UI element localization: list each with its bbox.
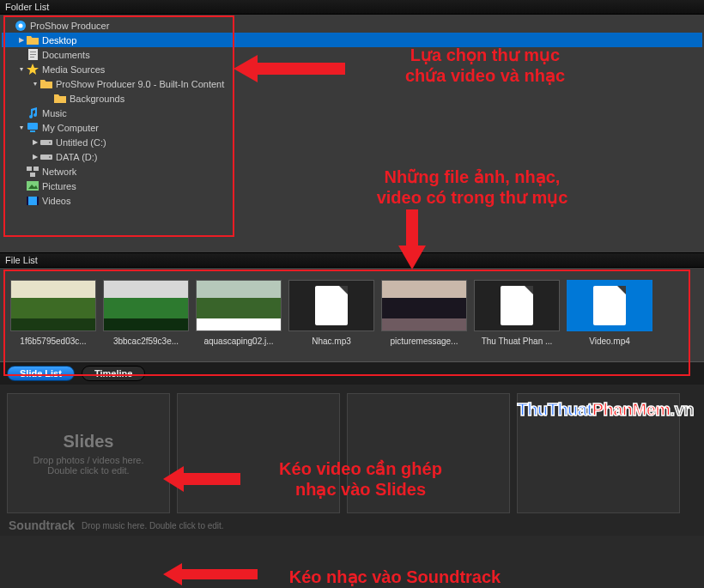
file-strip[interactable]: 1f6b5795ed03c...3bbcac2f59c3e...aquascap…	[0, 268, 704, 361]
slide-slot[interactable]	[177, 393, 340, 513]
tree-item-label: Desktop	[42, 33, 76, 47]
svg-point-10	[49, 142, 51, 143]
file-name: Nhac.mp3	[288, 336, 374, 346]
folder-tree[interactable]: ProShow Producer▶DesktopDocuments▾Media …	[0, 15, 704, 211]
expand-arrow-icon[interactable]: ▶	[31, 150, 39, 164]
tree-item-label: Pictures	[42, 179, 76, 193]
soundtrack-hint: Drop music here. Double click to edit.	[82, 521, 224, 530]
videos-icon	[26, 195, 39, 207]
svg-point-1	[19, 23, 23, 27]
tab-timeline[interactable]: Timeline	[82, 366, 145, 381]
file-item[interactable]: picturemessage...	[381, 280, 467, 346]
slides-drop-hint[interactable]: Slides Drop photos / videos here. Double…	[7, 393, 170, 513]
document-icon	[593, 286, 626, 325]
file-list-panel: File List 1f6b5795ed03c...3bbcac2f59c3e.…	[0, 252, 704, 361]
soundtrack-row[interactable]: Soundtrack Drop music here. Double click…	[0, 517, 704, 536]
file-name: 3bbcac2f59c3e...	[103, 336, 189, 346]
expand-arrow-icon[interactable]: ▾	[31, 77, 39, 91]
doc-icon	[26, 49, 39, 61]
folder-icon	[26, 34, 39, 46]
svg-marker-6	[27, 64, 39, 75]
tree-item-label: ProShow Producer	[30, 19, 109, 33]
file-item[interactable]: 3bbcac2f59c3e...	[103, 280, 189, 346]
network-icon	[26, 166, 39, 178]
tree-item-label: Untitled (C:)	[56, 136, 106, 149]
tree-item[interactable]: Documents	[2, 47, 702, 62]
tree-item-label: Documents	[42, 48, 90, 62]
file-name: picturemessage...	[381, 336, 467, 346]
tree-item[interactable]: ProShow Producer	[2, 18, 702, 33]
tree-item[interactable]: ▾My Computer	[2, 120, 702, 135]
computer-icon	[26, 122, 39, 134]
image-thumbnail	[10, 280, 96, 331]
expand-arrow-icon[interactable]: ▾	[17, 63, 26, 76]
tree-item[interactable]: ▾ProShow Producer 9.0 - Built-In Content	[2, 76, 702, 91]
tree-item-label: Media Sources	[42, 63, 105, 76]
file-name: Video.mp4	[567, 336, 652, 346]
app-icon	[14, 20, 27, 32]
document-icon	[501, 286, 533, 325]
svg-rect-5	[30, 57, 34, 58]
svg-rect-8	[30, 130, 35, 132]
folder-list-title: Folder List	[0, 0, 704, 15]
slides-hint-1: Drop photos / videos here.	[8, 455, 169, 465]
file-name: 1f6b5795ed03c...	[10, 336, 96, 346]
file-item[interactable]: Thu Thuat Phan ...	[474, 280, 560, 346]
tree-item-label: My Computer	[42, 121, 99, 135]
tree-item-label: Backgrounds	[70, 92, 124, 106]
file-name: aquascaping02.j...	[196, 336, 282, 346]
expand-arrow-icon[interactable]: ▶	[31, 136, 39, 149]
tree-item-label: Network	[42, 165, 76, 179]
soundtrack-label: Soundtrack	[9, 518, 75, 532]
tree-item[interactable]: ▶DATA (D:)	[2, 149, 702, 164]
tree-item-label: Videos	[42, 194, 70, 208]
drive-icon	[39, 136, 53, 149]
file-name: Thu Thuat Phan ...	[474, 336, 560, 346]
image-thumbnail	[196, 280, 282, 331]
tree-item-label: Music	[42, 106, 67, 120]
file-item[interactable]: Video.mp4	[567, 280, 652, 346]
svg-point-12	[49, 156, 51, 158]
svg-rect-18	[27, 197, 39, 205]
music-icon	[26, 107, 39, 119]
slide-slot[interactable]	[347, 393, 510, 513]
tree-item[interactable]: Pictures	[2, 179, 702, 193]
tree-item-label: DATA (D:)	[56, 150, 97, 164]
file-item[interactable]: aquascaping02.j...	[196, 280, 282, 346]
expand-arrow-icon[interactable]: ▶	[17, 33, 26, 47]
svg-rect-15	[30, 173, 35, 177]
star-icon	[26, 64, 39, 76]
svg-rect-4	[30, 54, 36, 55]
tab-slide-list[interactable]: Slide List	[7, 366, 75, 381]
slides-area[interactable]: Slides Drop photos / videos here. Double…	[0, 385, 704, 517]
svg-rect-3	[30, 52, 36, 52]
annotation-text-4: Kéo nhạc vào Soundtrack	[258, 567, 532, 587]
file-thumbnail	[567, 280, 652, 331]
tab-bar: Slide List Timeline	[0, 362, 704, 385]
drive-icon	[39, 151, 53, 163]
tree-item[interactable]: Network	[2, 164, 702, 179]
tree-item[interactable]: Music	[2, 106, 702, 120]
folder-icon	[39, 78, 53, 90]
tree-item[interactable]: Backgrounds	[2, 91, 702, 106]
tree-item[interactable]: Videos	[2, 193, 702, 208]
file-item[interactable]: 1f6b5795ed03c...	[10, 280, 96, 346]
tree-item[interactable]: ▶Untitled (C:)	[2, 135, 702, 149]
svg-rect-14	[33, 167, 39, 171]
image-thumbnail	[381, 280, 467, 331]
svg-rect-13	[27, 167, 32, 171]
pictures-icon	[26, 180, 39, 192]
arrow-icon	[163, 561, 258, 587]
tree-item[interactable]: ▾Media Sources	[2, 62, 702, 76]
tree-item-label: ProShow Producer 9.0 - Built-In Content	[56, 77, 224, 91]
slide-slot[interactable]	[517, 393, 680, 513]
svg-rect-19	[27, 197, 28, 205]
folder-list-panel: Folder List ProShow Producer▶DesktopDocu…	[0, 0, 704, 252]
document-icon	[315, 286, 348, 325]
tree-item[interactable]: ▶Desktop	[2, 33, 702, 47]
svg-marker-24	[163, 563, 258, 585]
image-thumbnail	[103, 280, 189, 331]
file-item[interactable]: Nhac.mp3	[288, 280, 374, 346]
expand-arrow-icon[interactable]: ▾	[17, 121, 26, 135]
slides-title: Slides	[8, 432, 169, 452]
